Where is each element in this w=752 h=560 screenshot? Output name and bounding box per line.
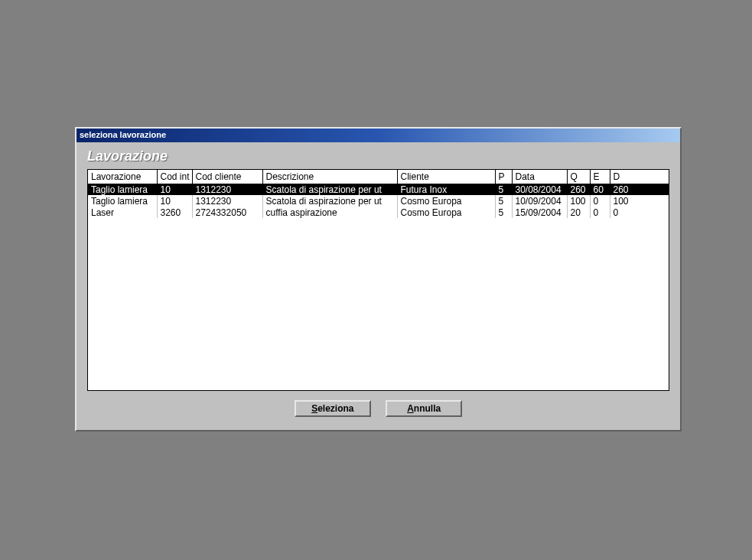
col-header-codint[interactable]: Cod int <box>157 170 192 184</box>
table-header-row: Lavorazione Cod int Cod cliente Descrizi… <box>88 170 669 184</box>
cell-d: 100 <box>610 195 669 207</box>
cell-codcliente: 2724332050 <box>192 207 262 218</box>
col-header-lavorazione[interactable]: Lavorazione <box>88 170 157 184</box>
cell-cliente: Futura Inox <box>397 184 495 195</box>
cell-codint: 10 <box>157 184 192 195</box>
cell-d: 260 <box>610 184 669 195</box>
col-header-codcliente[interactable]: Cod cliente <box>192 170 262 184</box>
cell-descrizione: Scatola di aspirazione per ut <box>262 184 397 195</box>
cell-cliente: Cosmo Europa <box>397 207 495 218</box>
cell-p: 5 <box>495 195 512 207</box>
cell-q: 100 <box>567 195 590 207</box>
cell-data: 10/09/2004 <box>512 195 567 207</box>
col-header-p[interactable]: P <box>495 170 512 184</box>
cell-codint: 3260 <box>157 207 192 218</box>
col-header-data[interactable]: Data <box>512 170 567 184</box>
grid-container: Lavorazione Cod int Cod cliente Descrizi… <box>87 169 669 391</box>
table-row[interactable]: Taglio lamiera101312230Scatola di aspira… <box>88 184 669 195</box>
cell-codcliente: 1312230 <box>192 184 262 195</box>
cell-data: 15/09/2004 <box>512 207 567 218</box>
select-button[interactable]: Seleziona <box>295 400 371 417</box>
col-header-descrizione[interactable]: Descrizione <box>262 170 397 184</box>
table-row[interactable]: Taglio lamiera101312230Scatola di aspira… <box>88 195 669 207</box>
cell-cliente: Cosmo Europa <box>397 195 495 207</box>
dialog-titlebar[interactable]: seleziona lavorazione <box>77 129 680 142</box>
cell-descrizione: cuffia aspirazione <box>262 207 397 218</box>
cell-p: 5 <box>495 184 512 195</box>
dialog-window: seleziona lavorazione Lavorazione Lavora… <box>75 127 682 431</box>
cell-data: 30/08/2004 <box>512 184 567 195</box>
cell-q: 260 <box>567 184 590 195</box>
dialog-heading: Lavorazione <box>77 142 680 169</box>
cell-d: 0 <box>610 207 669 218</box>
col-header-q[interactable]: Q <box>567 170 590 184</box>
col-header-e[interactable]: E <box>590 170 610 184</box>
cell-e: 0 <box>590 207 610 218</box>
lavorazione-table: Lavorazione Cod int Cod cliente Descrizi… <box>88 170 669 218</box>
cell-lavorazione: Laser <box>88 207 157 218</box>
cell-e: 60 <box>590 184 610 195</box>
cancel-button[interactable]: Annulla <box>386 400 462 417</box>
cell-lavorazione: Taglio lamiera <box>88 184 157 195</box>
cell-lavorazione: Taglio lamiera <box>88 195 157 207</box>
cell-descrizione: Scatola di aspirazione per ut <box>262 195 397 207</box>
table-row[interactable]: Laser32602724332050cuffia aspirazioneCos… <box>88 207 669 218</box>
col-header-cliente[interactable]: Cliente <box>397 170 495 184</box>
cell-q: 20 <box>567 207 590 218</box>
cell-codint: 10 <box>157 195 192 207</box>
col-header-d[interactable]: D <box>610 170 669 184</box>
button-row: Seleziona Annulla <box>77 391 680 417</box>
cell-e: 0 <box>590 195 610 207</box>
cell-codcliente: 1312230 <box>192 195 262 207</box>
cell-p: 5 <box>495 207 512 218</box>
